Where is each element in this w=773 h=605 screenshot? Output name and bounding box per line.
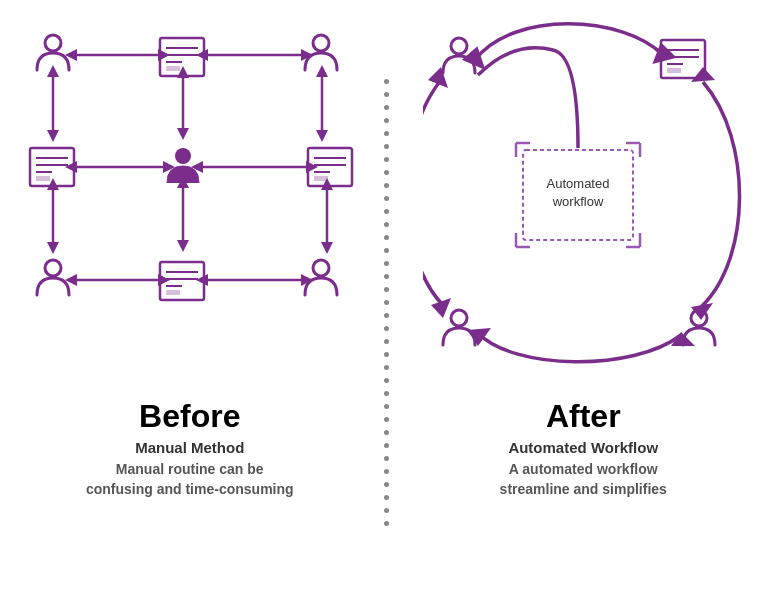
svg-marker-17	[177, 128, 189, 140]
svg-marker-24	[65, 161, 77, 173]
svg-marker-66	[467, 328, 491, 346]
before-panel: Before Manual Method Manual routine can …	[0, 0, 380, 605]
svg-marker-42	[196, 274, 208, 286]
svg-marker-21	[316, 65, 328, 77]
before-description: Manual routine can beconfusing and time-…	[86, 460, 294, 499]
svg-marker-14	[47, 130, 59, 142]
svg-marker-12	[196, 49, 208, 61]
svg-marker-8	[158, 49, 170, 61]
svg-marker-64	[691, 67, 715, 82]
after-subtitle: Automated Workflow	[500, 439, 667, 456]
svg-point-6	[30, 20, 46, 36]
before-footer: Before Manual Method Manual routine can …	[86, 398, 294, 499]
divider	[380, 0, 394, 605]
svg-marker-29	[47, 242, 59, 254]
svg-text:Automated: Automated	[547, 176, 610, 191]
after-description: A automated workflowstreamline and simpl…	[500, 460, 667, 499]
after-panel: Automated workflow	[394, 0, 774, 605]
svg-rect-48	[429, 48, 443, 53]
svg-point-0	[30, 20, 46, 36]
before-diagram	[20, 20, 360, 390]
svg-marker-38	[158, 274, 170, 286]
person-bl	[37, 260, 69, 295]
person-tr	[305, 35, 337, 70]
before-subtitle: Manual Method	[86, 439, 294, 456]
person-after-bl	[443, 310, 475, 345]
person-tl	[37, 35, 69, 70]
svg-rect-5	[26, 48, 40, 53]
main-container: Before Manual Method Manual routine can …	[0, 0, 773, 605]
svg-marker-15	[47, 65, 59, 77]
svg-marker-35	[321, 242, 333, 254]
svg-point-43	[433, 20, 449, 36]
after-diagram: Automated workflow	[423, 20, 743, 390]
after-footer: After Automated Workflow A automated wor…	[500, 398, 667, 499]
person-br	[305, 260, 337, 295]
after-title: After	[500, 398, 667, 435]
svg-marker-32	[177, 240, 189, 252]
before-title: Before	[86, 398, 294, 435]
svg-marker-20	[316, 130, 328, 142]
svg-text:workflow: workflow	[552, 194, 604, 209]
svg-marker-60	[649, 40, 677, 64]
